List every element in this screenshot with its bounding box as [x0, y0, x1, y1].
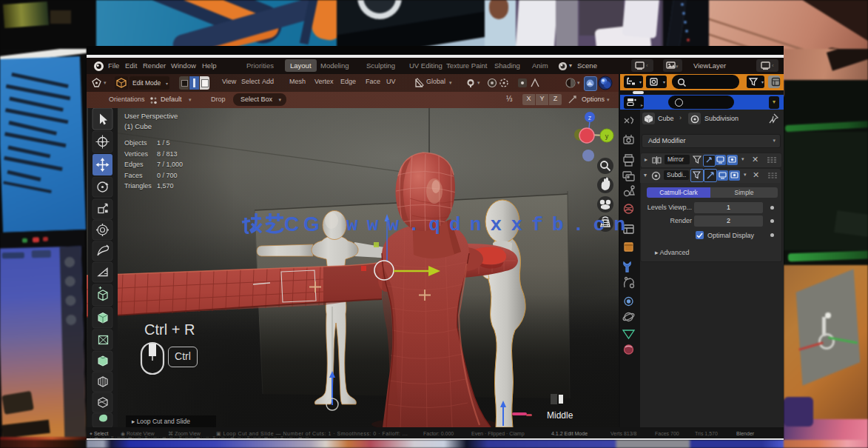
svg-text:z: z — [588, 114, 592, 121]
svg-text:y: y — [605, 133, 609, 140]
